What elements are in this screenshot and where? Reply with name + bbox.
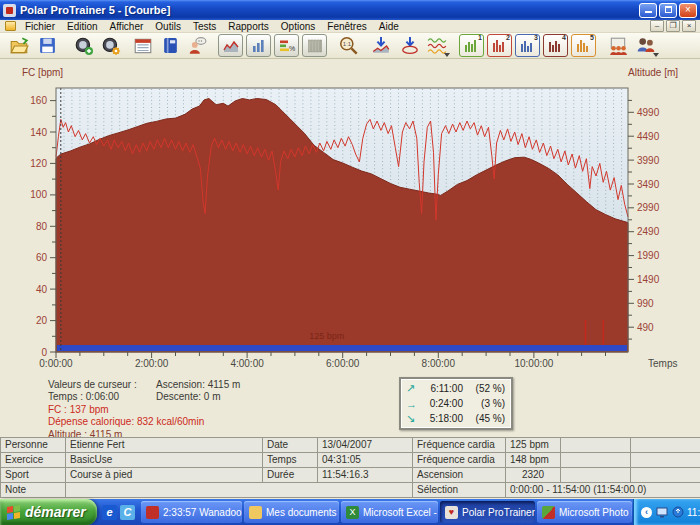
system-tray: ‹ 11:08 [633, 499, 700, 525]
display-icon[interactable] [655, 506, 668, 519]
chevron-down-icon [444, 53, 450, 57]
svg-text:2:00:00: 2:00:00 [135, 358, 169, 369]
task-excel[interactable]: X Microsoft Excel - a... [341, 501, 438, 523]
two-people-button[interactable] [634, 34, 658, 58]
diary-button[interactable] [158, 34, 182, 58]
task-photo-editor[interactable]: Microsoft Photo E... [537, 501, 632, 523]
ascension-value: Ascension: 4115 m [156, 379, 240, 391]
zone-row-flat: → 0:24:00 (3 %) [406, 397, 505, 411]
percent-view-button[interactable]: % [274, 34, 299, 57]
wave-options-button[interactable] [425, 34, 449, 58]
close-button[interactable]: × [679, 3, 697, 18]
folder-icon [249, 506, 262, 519]
svg-text:120: 120 [30, 158, 47, 169]
minimize-button[interactable] [639, 3, 657, 18]
duration-value: 11:54:16.3 [318, 468, 413, 483]
row-label: Fréquence cardia [413, 453, 506, 468]
exercise-value: BasicUse [66, 453, 263, 468]
svg-text:1990: 1990 [637, 250, 660, 261]
zone-summary-box: ↗ 6:11:00 (52 %) → 0:24:00 (3 %) ↘ 5:18:… [399, 377, 513, 430]
person-value: Etienne Fert [66, 438, 263, 453]
task-wanadoo[interactable]: 2:33:57 Wanadoo [141, 501, 242, 523]
photo-editor-icon [542, 506, 555, 519]
svg-text:125 bpm: 125 bpm [309, 331, 344, 341]
watch-settings-button[interactable] [99, 34, 123, 58]
open-folder-button[interactable] [7, 34, 31, 58]
excel-icon: X [346, 506, 359, 519]
people-group-button[interactable] [606, 34, 630, 58]
sport-value: Course à pied [66, 468, 263, 483]
arrow-right-icon: → [406, 398, 419, 410]
menu-aide[interactable]: Aide [373, 21, 405, 32]
view-3-button[interactable]: 3 [515, 34, 540, 57]
arrow-up-icon: ↗ [406, 382, 419, 395]
menu-afficher[interactable]: Afficher [104, 21, 150, 32]
restore-button[interactable] [659, 3, 677, 18]
svg-text:FC [bpm]: FC [bpm] [22, 67, 63, 78]
svg-text:490: 490 [637, 322, 654, 333]
svg-text:20: 20 [36, 315, 48, 326]
svg-text:990: 990 [637, 298, 654, 309]
note-value[interactable] [66, 483, 413, 498]
taskbar: démarrer e C 2:33:57 Wanadoo Mes documen… [0, 499, 700, 525]
curve-chart[interactable]: 125 bpm020406080100120140160490990149019… [0, 59, 700, 377]
menu-fichier[interactable]: Fichier [19, 21, 61, 32]
transfer-watch-button[interactable] [72, 34, 96, 58]
zoom-1-1-button[interactable]: 1:1 [337, 34, 361, 58]
menu-rapports[interactable]: Rapports [222, 21, 275, 32]
menu-options[interactable]: Options [275, 21, 321, 32]
view-4-button[interactable]: 4 [543, 34, 568, 57]
cursor-calories: Dépense calorique: 832 kcal/60min [48, 416, 204, 428]
menu-tests[interactable]: Tests [187, 21, 222, 32]
curve-view-button[interactable] [218, 34, 243, 57]
menu-outils[interactable]: Outils [149, 21, 187, 32]
svg-text:3990: 3990 [637, 155, 660, 166]
cursor-fc: FC : 137 bpm [48, 404, 204, 416]
row-label: Sélection [413, 483, 506, 498]
tray-chevron-icon[interactable]: ‹ [641, 507, 652, 518]
row-label: Date [263, 438, 318, 453]
document-icon[interactable] [5, 21, 16, 31]
save-button[interactable] [35, 34, 59, 58]
client-area: 125 bpm020406080100120140160490990149019… [0, 59, 700, 499]
row-label: Note [1, 483, 66, 498]
svg-text:160: 160 [30, 95, 47, 106]
fc-max-value: 148 bpm [506, 453, 561, 468]
columns-view-button[interactable] [302, 34, 327, 57]
start-button[interactable]: démarrer [0, 499, 97, 525]
view-1-button[interactable]: 1 [459, 34, 484, 57]
svg-text:Temps: Temps [648, 358, 677, 369]
mdi-close-button[interactable]: × [682, 20, 696, 32]
row-label: Ascension [413, 468, 506, 483]
chevron-down-icon [653, 53, 659, 57]
time-value: 04:31:05 [318, 453, 413, 468]
row-label: Temps [263, 453, 318, 468]
mdi-restore-button[interactable]: ❐ [666, 20, 680, 32]
import-curve-button[interactable] [369, 34, 393, 58]
refresh-loop-button[interactable] [398, 34, 422, 58]
task-polar-protrainer[interactable]: ♥ Polar ProTrainer 5... [440, 501, 535, 523]
internet-explorer-icon[interactable]: e [102, 505, 117, 520]
svg-text:4:00:00: 4:00:00 [230, 358, 264, 369]
view-2-button[interactable]: 2 [487, 34, 512, 57]
exercise-summary-table: Personne Etienne Fert Date 13/04/2007 Fr… [0, 437, 700, 498]
svg-text:0: 0 [41, 347, 47, 358]
task-mes-documents[interactable]: Mes documents [244, 501, 339, 523]
calendar-button[interactable] [131, 34, 155, 58]
svg-text:1490: 1490 [637, 274, 660, 285]
svg-text:0:00:00: 0:00:00 [39, 358, 73, 369]
mdi-minimize-button[interactable]: – [650, 20, 664, 32]
menu-edition[interactable]: Edition [61, 21, 104, 32]
svg-text:%: % [289, 45, 295, 52]
ascension-total-value: 2320 [506, 468, 561, 483]
wanadoo-icon[interactable]: C [120, 505, 135, 520]
row-label: Durée [263, 468, 318, 483]
svg-text:2490: 2490 [637, 226, 660, 237]
fc-avg-value: 125 bpm [506, 438, 561, 453]
windows-logo-icon [7, 505, 20, 520]
bar-view-button[interactable] [246, 34, 271, 57]
update-icon[interactable] [671, 506, 684, 519]
view-5-button[interactable]: 5 [571, 34, 596, 57]
person-comment-button[interactable] [185, 34, 209, 58]
menu-fenetres[interactable]: Fenêtres [321, 21, 372, 32]
